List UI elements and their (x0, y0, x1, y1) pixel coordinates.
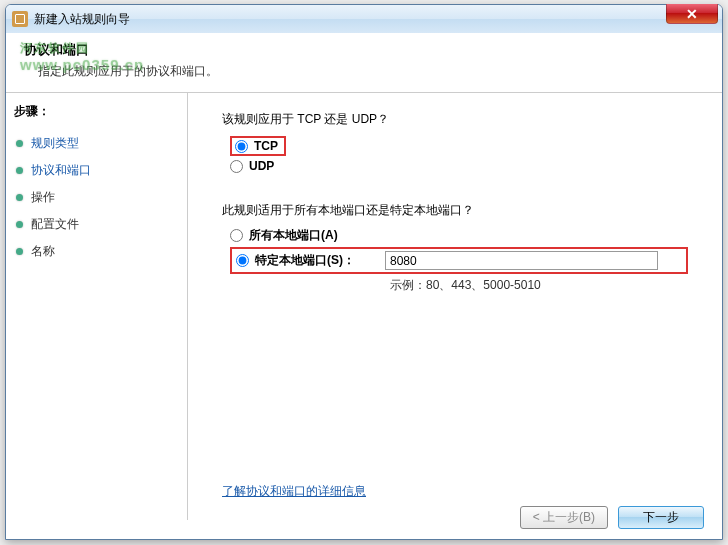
page-subtitle: 指定此规则应用于的协议和端口。 (24, 63, 704, 80)
step-profile[interactable]: 配置文件 (12, 211, 181, 238)
udp-radio[interactable] (230, 160, 243, 173)
wizard-footer: < 上一步(B) 下一步 (520, 506, 704, 529)
close-button[interactable]: ✕ (666, 4, 718, 24)
bullet-icon (16, 248, 23, 255)
ports-question: 此规则适用于所有本地端口还是特定本地端口？ (222, 202, 688, 219)
main-pane: 该规则应用于 TCP 还是 UDP？ TCP UDP 此规则适用于所有本地端口还… (188, 93, 722, 520)
tcp-label[interactable]: TCP (254, 139, 278, 153)
udp-label[interactable]: UDP (249, 159, 274, 173)
back-button[interactable]: < 上一步(B) (520, 506, 608, 529)
steps-sidebar: 步骤： 规则类型 协议和端口 操作 配置文件 名称 (6, 93, 188, 520)
protocol-question: 该规则应用于 TCP 还是 UDP？ (222, 111, 688, 128)
specific-ports-highlight: 特定本地端口(S)： (230, 247, 688, 274)
window-title: 新建入站规则向导 (34, 11, 130, 28)
all-ports-radio[interactable] (230, 229, 243, 242)
steps-heading: 步骤： (12, 103, 181, 120)
page-title: 协议和端口 (24, 41, 704, 59)
step-action[interactable]: 操作 (12, 184, 181, 211)
tcp-radio[interactable] (235, 140, 248, 153)
bullet-icon (16, 167, 23, 174)
titlebar[interactable]: 新建入站规则向导 ✕ (6, 5, 722, 33)
step-name[interactable]: 名称 (12, 238, 181, 265)
firewall-icon (12, 11, 28, 27)
bullet-icon (16, 140, 23, 147)
all-ports-label[interactable]: 所有本地端口(A) (249, 227, 379, 244)
wizard-header: 协议和端口 指定此规则应用于的协议和端口。 (6, 33, 722, 92)
tcp-highlight: TCP (230, 136, 286, 156)
learn-more-link[interactable]: 了解协议和端口的详细信息 (222, 483, 366, 500)
ports-input[interactable] (385, 251, 658, 270)
wizard-body: 步骤： 规则类型 协议和端口 操作 配置文件 名称 该规则应用于 TCP 还是 … (6, 92, 722, 520)
specific-ports-label[interactable]: 特定本地端口(S)： (255, 252, 385, 269)
wizard-window: 新建入站规则向导 ✕ 河东软件园 www.pc0359.cn 协议和端口 指定此… (5, 4, 723, 540)
bullet-icon (16, 194, 23, 201)
ports-example: 示例：80、443、5000-5010 (390, 277, 688, 294)
step-rule-type[interactable]: 规则类型 (12, 130, 181, 157)
bullet-icon (16, 221, 23, 228)
window-buttons: ✕ (666, 4, 718, 24)
specific-ports-radio[interactable] (236, 254, 249, 267)
step-protocol-port[interactable]: 协议和端口 (12, 157, 181, 184)
next-button[interactable]: 下一步 (618, 506, 704, 529)
